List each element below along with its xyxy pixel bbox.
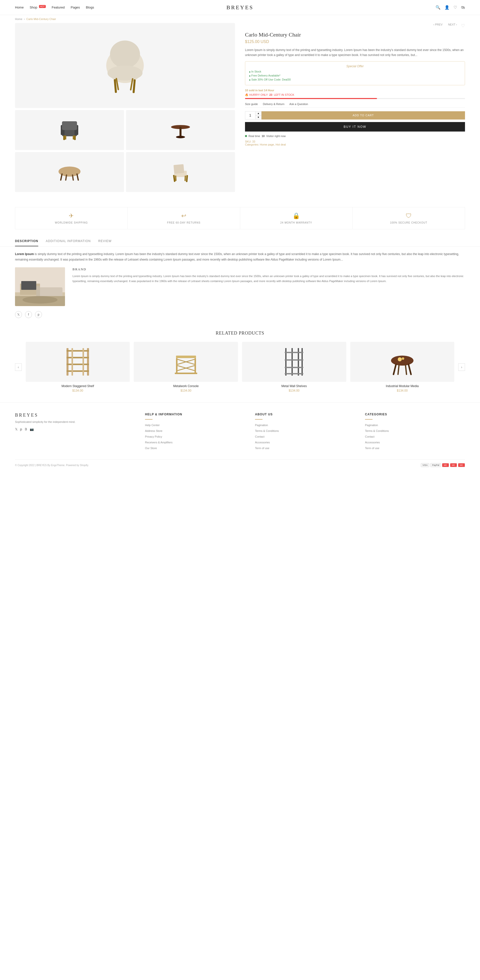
thumb-4[interactable] xyxy=(126,152,235,192)
feature-returns: ↩ FREE 60-DAY RETURNS xyxy=(128,207,240,229)
product-main-image xyxy=(15,23,235,108)
related-product-price-4: $134.00 xyxy=(350,389,455,392)
footer-categories-underline xyxy=(365,419,372,420)
tab-description[interactable]: DESCRIPTION xyxy=(15,239,38,246)
brand-label: BRAND xyxy=(73,267,465,271)
facebook-icon[interactable]: f xyxy=(25,311,32,318)
footer-link-receivers[interactable]: Receivers & Amplifiers xyxy=(145,441,173,444)
realtime-visitors: Real time 10 Visitor right now xyxy=(245,135,465,138)
svg-rect-14 xyxy=(73,135,75,140)
payment-visa: VISA xyxy=(421,463,429,467)
tab-additional[interactable]: ADDITIONAL INFORMATION xyxy=(46,239,91,246)
footer-link-about-accessories[interactable]: Accessories xyxy=(255,441,270,444)
svg-rect-45 xyxy=(176,356,196,358)
svg-point-1 xyxy=(110,40,140,68)
svg-rect-59 xyxy=(285,367,303,368)
console-svg xyxy=(172,345,200,378)
quantity-stepper[interactable]: 1 ▲ ▼ xyxy=(245,111,262,119)
breadcrumb-home[interactable]: Home xyxy=(15,18,22,21)
carousel-prev-button[interactable]: ‹ xyxy=(15,363,22,371)
footer-link-about-contact[interactable]: Contact xyxy=(255,435,264,438)
nav-featured[interactable]: Featured xyxy=(52,5,65,9)
tab-size-guide[interactable]: Size guide xyxy=(245,102,258,105)
brand-section: BRAND Lorem Ipsum is simply dummy text o… xyxy=(15,267,465,306)
footer-link-cat-accessories[interactable]: Accessories xyxy=(365,441,380,444)
related-products-title: RELATED PRODUCTS xyxy=(15,331,465,336)
description-section: Lorem Ipsum is simply dummy text of the … xyxy=(0,251,480,326)
thumb-chair-1 xyxy=(57,118,82,143)
tab-review[interactable]: REVIEW xyxy=(98,239,111,246)
footer-help-links: Help Center Address Store Privacy Policy… xyxy=(145,423,245,450)
checkout-icon: 🛡 xyxy=(406,212,412,219)
add-to-cart-button[interactable]: ADD TO CART xyxy=(262,111,465,119)
svg-rect-24 xyxy=(173,164,184,174)
footer-link-cat-pagination[interactable]: Pagination xyxy=(365,423,378,426)
product-details: ‹ PREV NEXT › ♡ Carlo Mid-Century Chair … xyxy=(245,23,465,192)
cart-icon[interactable]: 🛍 xyxy=(461,5,465,10)
footer-instagram-icon[interactable]: 📷 xyxy=(30,427,34,431)
header-icons: 🔍 👤 ♡ 🛍 xyxy=(435,5,465,10)
breadcrumb-current: Carlo Mid-Century Chair xyxy=(26,18,56,21)
nav-pages[interactable]: Pages xyxy=(71,5,80,9)
svg-rect-57 xyxy=(285,352,303,353)
thumb-1[interactable] xyxy=(15,110,124,150)
quantity-value: 1 xyxy=(245,113,255,117)
qty-up-button[interactable]: ▲ xyxy=(256,111,261,116)
footer-link-cat-term-of-use[interactable]: Term of use xyxy=(365,447,379,450)
footer-behance-icon[interactable]: 𝔹 xyxy=(25,427,27,431)
footer-twitter-icon[interactable]: 𝕏 xyxy=(15,427,17,431)
footer-link-about-terms-of-use[interactable]: Term of use xyxy=(255,447,269,450)
related-product-price-1: $134.00 xyxy=(26,389,130,392)
svg-point-67 xyxy=(402,357,404,360)
next-product[interactable]: NEXT › xyxy=(448,23,457,29)
svg-rect-46 xyxy=(176,358,178,373)
thumb-3[interactable] xyxy=(15,152,124,192)
footer-link-about-pagination[interactable]: Pagination xyxy=(255,423,268,426)
pinterest-icon[interactable]: p xyxy=(35,311,42,318)
tab-delivery[interactable]: Delivery & Return xyxy=(263,102,284,105)
footer-link-cat-contact[interactable]: Contact xyxy=(365,435,375,438)
search-icon[interactable]: 🔍 xyxy=(435,5,440,10)
tab-ask-question[interactable]: Ask a Question xyxy=(289,102,308,105)
shipping-icon: ✈ xyxy=(69,212,74,219)
footer-link-help-center[interactable]: Help Center xyxy=(145,423,160,426)
brand-image xyxy=(15,267,65,306)
returns-icon: ↩ xyxy=(181,212,186,219)
qty-down-button[interactable]: ▼ xyxy=(256,116,261,119)
footer-link-cat-terms[interactable]: Terms & Conditions xyxy=(365,430,389,432)
wishlist-button[interactable]: ♡ xyxy=(461,23,465,29)
prev-product[interactable]: ‹ PREV xyxy=(433,23,442,29)
related-product-name-3: Metal Wall Shelves xyxy=(242,384,346,388)
user-icon[interactable]: 👤 xyxy=(445,5,450,10)
realtime-count: 10 xyxy=(262,135,264,138)
svg-point-66 xyxy=(398,357,402,361)
svg-line-63 xyxy=(408,364,411,374)
carousel-next-button[interactable]: › xyxy=(458,363,465,371)
nav-blogs[interactable]: Blogs xyxy=(86,5,94,9)
related-product-name-4: Industrial Modular Media xyxy=(350,384,455,388)
buy-now-button[interactable]: BUY IT NOW xyxy=(245,122,465,132)
thumb-2[interactable] xyxy=(126,110,235,150)
related-product-card-1: Modern Staggered Shelf $134.00 xyxy=(26,342,130,392)
wishlist-icon[interactable]: ♡ xyxy=(453,5,457,10)
nav-shop[interactable]: Shop HOT xyxy=(30,5,46,9)
svg-rect-4 xyxy=(132,79,136,93)
related-product-card-2: Metalwork Console $134.00 xyxy=(134,342,238,392)
footer-link-about-terms[interactable]: Terms & Conditions xyxy=(255,430,279,432)
features-bar: ✈ WORLDWIDE SHIPPING ↩ FREE 60-DAY RETUR… xyxy=(15,207,465,229)
description-text: Lorem Ipsum is simply dummy text of the … xyxy=(15,251,465,262)
sku-categories: SKU: 33 Categories: Home page, Hot deal xyxy=(245,140,465,146)
footer-pinterest-icon[interactable]: 𝕡 xyxy=(20,427,22,431)
thumb-table-1 xyxy=(168,118,193,143)
footer-link-our-store[interactable]: Our Store xyxy=(145,447,157,450)
warranty-icon: 🔒 xyxy=(292,212,300,219)
site-logo[interactable]: BREYES xyxy=(227,4,253,11)
related-product-name-2: Metalwork Console xyxy=(134,384,238,388)
payment-mc3: MC xyxy=(458,463,465,467)
footer-link-privacy[interactable]: Privacy Policy xyxy=(145,435,162,438)
nav-home[interactable]: Home xyxy=(15,5,24,9)
twitter-icon[interactable]: 𝕏 xyxy=(15,311,22,318)
hurry-count: 23 xyxy=(269,93,272,96)
feature-shipping: ✈ WORLDWIDE SHIPPING xyxy=(15,207,128,229)
footer-link-address[interactable]: Address Store xyxy=(145,430,162,432)
